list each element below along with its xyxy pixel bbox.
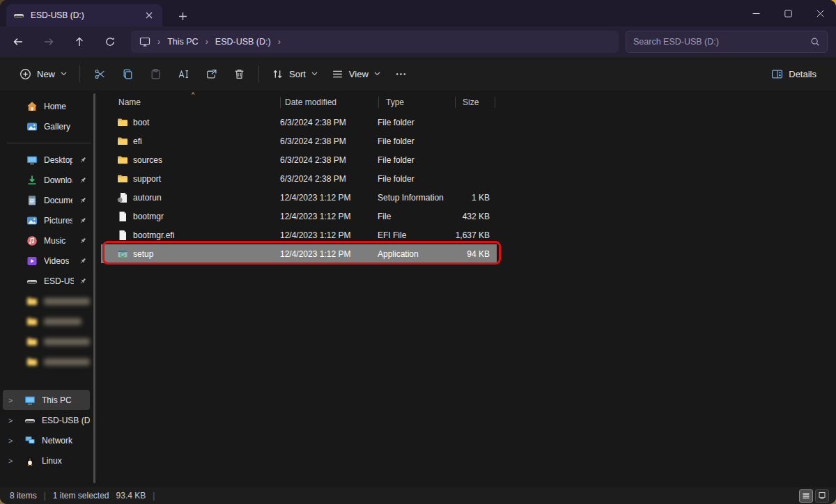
column-header-name[interactable]: Name <box>101 97 280 107</box>
up-button[interactable] <box>64 29 95 54</box>
item-count: 8 items <box>10 491 37 501</box>
column-header-size[interactable]: Size <box>456 97 495 107</box>
navigation-bar: › This PC › ESD-USB (D:) › <box>0 26 836 57</box>
column-header-type[interactable]: Type <box>379 97 455 107</box>
file-row-setup-selected[interactable]: setup 12/4/2023 1:12 PM Application 94 K… <box>101 244 497 263</box>
sidebar-item-music[interactable]: Music <box>0 230 90 251</box>
sidebar-divider <box>7 143 91 143</box>
pin-icon <box>79 216 87 225</box>
sidebar-item-this-pc[interactable]: > This PC <box>3 390 90 410</box>
toolbar-divider <box>79 65 80 82</box>
file-name: efi <box>133 136 142 146</box>
tab-esd-usb[interactable]: ESD-USB (D:) <box>6 4 162 26</box>
address-bar[interactable]: › This PC › ESD-USB (D:) › <box>131 31 619 53</box>
copy-button[interactable] <box>114 61 141 86</box>
breadcrumb-this-pc[interactable]: This PC <box>167 37 198 47</box>
file-row-efi[interactable]: efi 6/3/2024 2:38 PM File folder <box>101 132 497 150</box>
sidebar-item-videos[interactable]: Videos <box>0 251 90 271</box>
sidebar: Home Gallery Desktop Downloads Documents <box>0 90 101 487</box>
sidebar-item-redacted[interactable] <box>0 352 90 372</box>
sidebar-item-desktop[interactable]: Desktop <box>0 150 90 170</box>
details-view-toggle[interactable] <box>799 489 813 503</box>
new-tab-button[interactable] <box>172 6 193 26</box>
sidebar-item-redacted[interactable] <box>0 311 90 331</box>
minimize-button[interactable] <box>740 0 772 26</box>
pin-icon <box>79 196 87 205</box>
cut-button[interactable] <box>86 61 114 86</box>
sidebar-item-gallery[interactable]: Gallery <box>0 116 90 136</box>
sidebar-item-esd-usb-drive[interactable]: > ESD-USB (D:) <box>0 410 90 430</box>
forward-button[interactable] <box>33 29 64 54</box>
downloads-icon <box>26 175 38 186</box>
file-row-autorun[interactable]: autorun 12/4/2023 1:12 PM Setup Informat… <box>101 188 497 207</box>
chevron-right-icon[interactable]: > <box>8 416 18 425</box>
more-options-icon[interactable] <box>387 61 415 86</box>
chevron-down-icon <box>61 72 67 76</box>
folder-icon <box>117 117 128 128</box>
breadcrumb-chevron-icon[interactable]: › <box>278 37 281 47</box>
new-button[interactable]: New <box>13 61 74 86</box>
chevron-down-icon <box>311 72 318 76</box>
sidebar-spacer <box>0 372 101 390</box>
breadcrumb-chevron-icon[interactable]: › <box>206 37 208 47</box>
sidebar-item-linux[interactable]: > Linux <box>0 450 90 471</box>
file-date: 6/3/2024 2:38 PM <box>280 136 378 146</box>
details-pane-button[interactable]: Details <box>764 61 823 86</box>
large-icons-view-toggle[interactable] <box>815 489 829 503</box>
sidebar-item-home[interactable]: Home <box>0 96 90 116</box>
search-icon[interactable] <box>810 37 820 47</box>
breadcrumb-chevron-icon[interactable]: › <box>157 37 160 47</box>
file-name: autorun <box>133 193 162 203</box>
sidebar-item-redacted[interactable] <box>0 291 90 311</box>
file-row-bootmgr[interactable]: bootmgr 12/4/2023 1:12 PM File 432 KB <box>101 207 497 226</box>
file-name: bootmgr <box>133 212 164 221</box>
share-button[interactable] <box>197 61 225 86</box>
sort-button[interactable]: Sort <box>265 61 325 86</box>
paste-button[interactable] <box>141 61 169 86</box>
titlebar: ESD-USB (D:) <box>0 0 836 26</box>
usb-drive-icon <box>13 10 24 21</box>
chevron-right-icon[interactable]: > <box>8 436 18 445</box>
file-row-boot[interactable]: boot 6/3/2024 2:38 PM File folder <box>101 113 497 132</box>
chevron-right-icon[interactable]: > <box>8 396 18 404</box>
folder-icon <box>26 336 38 347</box>
music-icon <box>26 235 38 246</box>
view-button[interactable]: View <box>325 61 387 86</box>
documents-icon <box>26 195 38 206</box>
search-box[interactable] <box>626 31 828 53</box>
tab-title: ESD-USB (D:) <box>31 10 137 20</box>
column-divider[interactable] <box>495 97 495 108</box>
sidebar-item-documents[interactable]: Documents <box>0 190 90 210</box>
folder-icon <box>26 296 38 307</box>
file-explorer-window: ESD-USB (D:) <box>0 0 836 504</box>
sidebar-item-esd-usb-pinned[interactable]: ESD-USB (D:) <box>0 271 90 291</box>
file-icon <box>117 230 128 241</box>
back-button[interactable] <box>3 29 33 54</box>
pin-icon <box>79 257 87 265</box>
file-type: File folder <box>378 155 454 165</box>
sidebar-item-downloads[interactable]: Downloads <box>0 170 90 190</box>
column-header-date[interactable]: Date modified <box>281 97 378 107</box>
sidebar-item-redacted[interactable] <box>0 331 90 352</box>
rename-button[interactable] <box>169 61 197 86</box>
delete-button[interactable] <box>225 61 253 86</box>
close-button[interactable] <box>804 0 836 26</box>
file-row-support[interactable]: support 6/3/2024 2:38 PM File folder <box>101 169 497 188</box>
desktop-icon <box>26 155 38 166</box>
file-date: 6/3/2024 2:38 PM <box>280 155 378 165</box>
file-row-sources[interactable]: sources 6/3/2024 2:38 PM File folder <box>101 150 497 169</box>
breadcrumb-esd-usb[interactable]: ESD-USB (D:) <box>215 37 271 47</box>
sidebar-scrollbar[interactable] <box>93 93 95 483</box>
refresh-button[interactable] <box>95 29 125 54</box>
home-icon <box>26 101 38 112</box>
details-button-label: Details <box>789 69 816 79</box>
sidebar-item-network[interactable]: > Network <box>0 430 90 450</box>
file-date: 12/4/2023 1:12 PM <box>280 212 378 221</box>
maximize-button[interactable] <box>772 0 804 26</box>
tab-close-icon[interactable] <box>143 9 155 22</box>
search-input[interactable] <box>633 37 810 47</box>
folder-icon <box>117 155 128 166</box>
chevron-right-icon[interactable]: > <box>8 457 18 465</box>
sidebar-item-pictures[interactable]: Pictures <box>0 210 90 230</box>
file-row-bootmgr-efi[interactable]: bootmgr.efi 12/4/2023 1:12 PM EFI File 1… <box>101 226 497 244</box>
